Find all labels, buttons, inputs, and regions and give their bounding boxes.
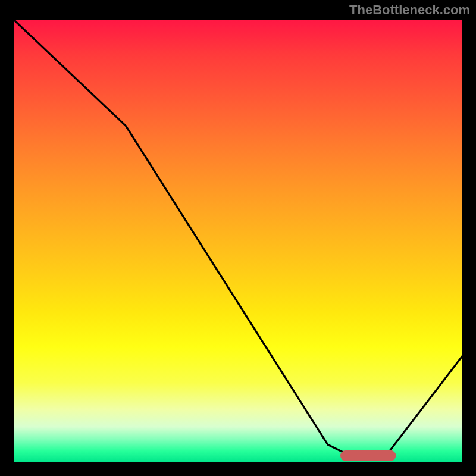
chart-curve-layer xyxy=(14,20,462,462)
stage: TheBottleneck.com xyxy=(0,0,476,476)
watermark-text: TheBottleneck.com xyxy=(349,2,470,18)
chart-area xyxy=(12,18,464,464)
chart-line xyxy=(14,20,462,456)
chart-svg xyxy=(14,20,462,462)
